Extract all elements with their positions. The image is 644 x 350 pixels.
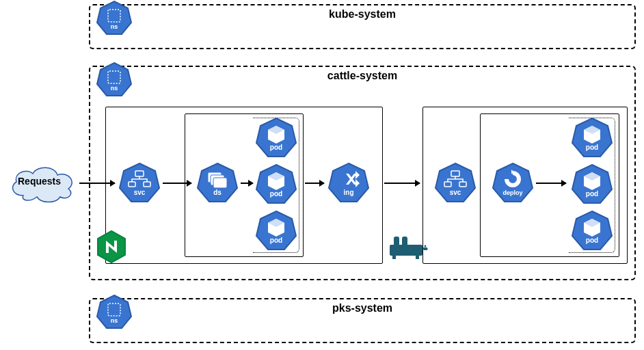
svg-text:svc: svc — [134, 189, 146, 196]
pod-node: pod — [570, 163, 614, 206]
ds-node: ds — [196, 161, 239, 205]
svg-text:deploy: deploy — [502, 189, 522, 196]
svg-text:svc: svc — [450, 189, 461, 196]
namespace-title: kube-system — [329, 8, 396, 21]
svg-text:pod: pod — [270, 144, 282, 151]
ns-badge-label: ns — [111, 23, 118, 30]
svg-rect-58 — [416, 256, 419, 259]
namespace-kube-system: kube-system — [89, 4, 636, 49]
pod-node: pod — [254, 163, 298, 206]
svg-rect-54 — [394, 237, 399, 246]
ns-icon: ns — [96, 62, 133, 98]
svg-text:pod: pod — [586, 144, 598, 151]
svg-text:pod: pod — [270, 237, 282, 244]
svg-rect-53 — [390, 245, 422, 256]
svg-rect-57 — [392, 256, 396, 259]
svg-text:pod: pod — [586, 190, 598, 198]
deploy-node: deploy — [491, 161, 535, 205]
svg-point-56 — [425, 245, 427, 247]
requests-label: Requests — [18, 176, 61, 187]
ing-node: ing — [327, 161, 371, 205]
svg-text:ing: ing — [344, 189, 354, 196]
arrow — [305, 183, 324, 184]
svg-rect-14 — [213, 178, 227, 188]
namespace-pks-system: pks-system — [89, 298, 636, 343]
rancher-logo-icon — [387, 232, 429, 260]
svg-text:pod: pod — [586, 237, 598, 244]
ns-badge-label: ns — [111, 85, 118, 92]
arrow — [241, 183, 253, 184]
arrow — [163, 183, 191, 184]
svg-rect-55 — [402, 237, 407, 246]
pod-node: pod — [570, 209, 614, 253]
svc-node: svc — [118, 161, 161, 205]
arrow — [536, 183, 566, 184]
pod-node: pod — [254, 209, 298, 253]
svg-text:pod: pod — [270, 190, 282, 198]
nginx-logo-icon — [96, 230, 126, 264]
svc-node: svc — [433, 161, 477, 205]
arrow — [79, 183, 115, 184]
namespace-title: pks-system — [332, 302, 392, 314]
pod-node: pod — [570, 116, 614, 160]
namespace-title: cattle-system — [327, 70, 397, 82]
ns-icon: ns — [96, 0, 133, 37]
pod-node: pod — [254, 116, 298, 160]
svg-text:ds: ds — [213, 189, 222, 196]
arrow — [384, 183, 420, 184]
ns-badge-label: ns — [111, 317, 118, 324]
ns-icon: ns — [96, 294, 133, 331]
